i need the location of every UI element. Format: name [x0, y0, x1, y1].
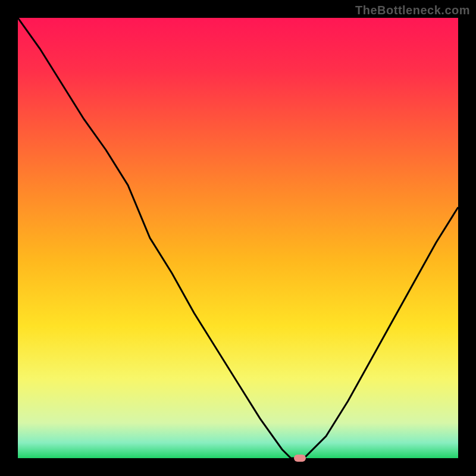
watermark-text: TheBottleneck.com [355, 4, 470, 17]
plot-area [18, 18, 458, 458]
gradient-background [18, 18, 458, 458]
svg-rect-0 [18, 18, 458, 458]
optimal-point-marker [294, 455, 306, 462]
chart-container: TheBottleneck.com [0, 0, 476, 476]
